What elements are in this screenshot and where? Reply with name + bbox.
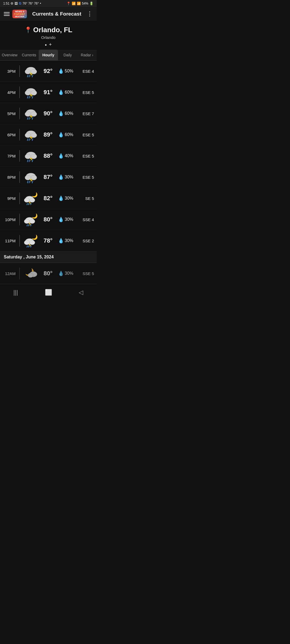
svg-line-19 — [29, 118, 30, 119]
location-pin-icon: 📍 — [24, 27, 32, 34]
hour-divider — [19, 268, 20, 279]
tab-overview[interactable]: Overview — [0, 50, 19, 60]
hour-time: 3PM — [3, 69, 16, 74]
weather-icon: 🌙 — [24, 192, 38, 205]
rain-drop-icon: 💧 — [58, 174, 64, 180]
svg-line-65 — [31, 246, 31, 247]
tab-currents[interactable]: Currents — [19, 50, 39, 60]
svg-text:🌙: 🌙 — [32, 213, 38, 219]
home-button[interactable]: ⬜ — [41, 288, 56, 297]
hour-wind: SSE 5 — [79, 271, 94, 276]
hourly-row[interactable]: 8PM 87° 💧 30% ESE 5 — [0, 167, 97, 188]
svg-point-60 — [24, 240, 30, 245]
hour-divider — [19, 65, 20, 77]
weather-icon: 🌙 — [24, 213, 38, 226]
svg-point-30 — [31, 154, 37, 159]
precip-value: 30% — [65, 175, 73, 180]
hour-precip: 💧 60% — [58, 111, 77, 116]
add-location-button[interactable]: + — [49, 42, 52, 47]
svg-point-36 — [25, 175, 31, 180]
svg-point-9 — [31, 90, 37, 95]
precip-value: 30% — [65, 238, 73, 243]
weather-icon: 🌙 — [24, 267, 38, 280]
svg-point-23 — [31, 133, 37, 138]
hour-wind: SSE 2 — [79, 239, 94, 243]
top-nav: NEWS 6 PINPOINT WEATHER Currents & Forec… — [0, 7, 97, 21]
svg-point-15 — [25, 112, 31, 116]
hourly-row[interactable]: 5PM 90° 💧 60% ESE 7 — [0, 103, 97, 124]
photo-icon: 🖼 — [15, 2, 18, 5]
hour-time: 6PM — [3, 133, 16, 137]
svg-line-47 — [27, 203, 27, 205]
logo-pinpoint: PINPOINT — [14, 13, 25, 16]
hour-divider — [19, 129, 20, 141]
svg-line-25 — [27, 139, 28, 141]
hour-wind: ESE 7 — [79, 111, 94, 116]
hamburger-line3 — [4, 15, 10, 16]
tab-radar[interactable]: Radar › — [77, 50, 97, 60]
svg-point-2 — [31, 69, 37, 74]
svg-point-37 — [31, 175, 37, 180]
hour-time: 11PM — [3, 239, 16, 243]
hour-divider — [19, 150, 20, 162]
hourly-row[interactable]: 6PM 89° 💧 60% ESE 5 — [0, 124, 97, 145]
back-button[interactable]: ◁ — [74, 288, 88, 297]
hour-time: 9PM — [3, 196, 16, 201]
svg-line-40 — [29, 181, 30, 183]
hour-temp: 87° — [40, 174, 56, 181]
hourly-row[interactable]: 9PM 🌙 82° 💧 30% SE 5 — [0, 188, 97, 209]
svg-line-12 — [29, 96, 30, 98]
hour-wind: ESE 5 — [79, 154, 94, 158]
hour-precip: 💧 30% — [58, 195, 77, 201]
status-left: 1:51 ⚙ 🖼 G 76° 76° 76° • — [3, 2, 41, 5]
location-city: Orlando, FL — [33, 26, 73, 34]
hourly-row[interactable]: 11PM 🌙 78° 💧 30% SSE 2 — [0, 230, 97, 251]
hour-divider — [19, 171, 20, 183]
recent-apps-button[interactable]: ||| — [9, 288, 22, 297]
precip-value: 40% — [65, 153, 73, 158]
location-subtitle: Orlando — [3, 35, 94, 40]
hamburger-button[interactable] — [4, 12, 10, 16]
hour-wind: ESE 5 — [79, 175, 94, 180]
hour-wind: SSE 4 — [79, 217, 94, 222]
svg-line-57 — [31, 225, 31, 226]
status-bar: 1:51 ⚙ 🖼 G 76° 76° 76° • 📍 📶 📶 54% 🔋 — [0, 0, 97, 7]
hourly-row[interactable]: 10PM 🌙 80° 💧 30% SSE 4 — [0, 209, 97, 230]
rain-drop-icon: 💧 — [58, 217, 64, 222]
hour-temp: 89° — [40, 131, 56, 138]
more-button[interactable]: ⋮ — [87, 10, 93, 17]
tab-hourly[interactable]: Hourly — [39, 50, 58, 60]
location-icon: 📍 — [67, 2, 71, 5]
location-section: 📍 Orlando, FL Orlando ● + — [0, 21, 97, 50]
tab-daily[interactable]: Daily — [58, 50, 77, 60]
app-logo: NEWS 6 PINPOINT WEATHER — [12, 10, 27, 18]
hour-precip: 💧 50% — [58, 68, 77, 74]
hour-time: 12AM — [3, 271, 16, 276]
hourly-list: 3PM 92° 💧 50% ESE 4 4PM — [0, 61, 97, 251]
partial-hourly-row: 12AM 🌙 80° 💧 30% SSE 5 — [0, 263, 97, 284]
svg-line-26 — [29, 139, 30, 141]
bottom-nav: ||| ⬜ ◁ — [0, 284, 97, 300]
hourly-row[interactable]: 4PM 91° 💧 60% ESE 5 — [0, 82, 97, 103]
svg-point-53 — [30, 219, 35, 224]
hour-precip: 💧 30% — [58, 174, 77, 180]
svg-line-63 — [27, 246, 27, 247]
svg-point-8 — [25, 90, 31, 95]
hour-wind: ESE 5 — [79, 90, 94, 95]
precip-value: 60% — [65, 132, 73, 137]
precip-value: 30% — [65, 271, 73, 276]
svg-line-18 — [27, 118, 28, 119]
hour-time: 7PM — [3, 154, 16, 158]
rain-drop-icon: 💧 — [58, 270, 64, 276]
svg-line-41 — [32, 181, 33, 183]
gear-icon: ⚙ — [10, 2, 13, 5]
svg-point-29 — [25, 154, 31, 159]
hour-divider — [19, 86, 20, 98]
rain-drop-icon: 💧 — [58, 153, 64, 159]
weather-icon — [24, 86, 38, 99]
hourly-row[interactable]: 3PM 92° 💧 50% ESE 4 — [0, 61, 97, 82]
location-dots: ● + — [3, 42, 94, 47]
hourly-row[interactable]: 7PM 88° 💧 40% ESE 5 — [0, 145, 97, 167]
hour-temp: 78° — [40, 237, 56, 244]
hour-divider — [19, 108, 20, 119]
